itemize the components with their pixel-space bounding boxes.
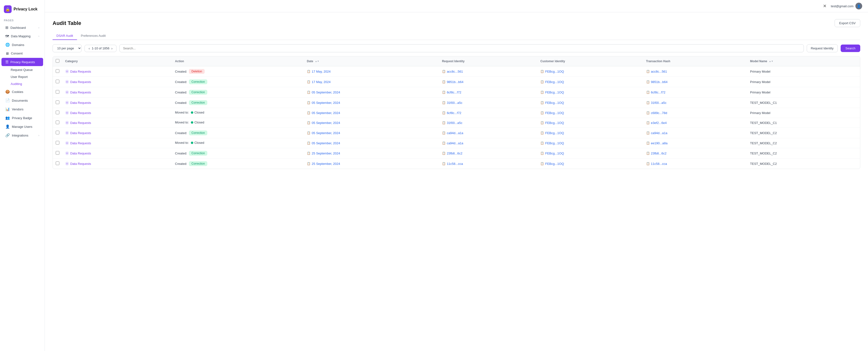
customer-identity-cell[interactable]: 📋 FEBcg...1OQ: [540, 121, 640, 125]
per-page-select[interactable]: 10 per page 25 per page 50 per page: [53, 44, 82, 52]
model-name-cell: TEST_MODEL_C2: [747, 138, 860, 148]
row-checkbox[interactable]: [56, 79, 59, 83]
transaction-hash-cell[interactable]: 📋 6cf8c...f72: [646, 91, 744, 94]
row-checkbox[interactable]: [56, 110, 59, 114]
customer-identity-cell[interactable]: 📋 FEBcg...1OQ: [540, 80, 640, 84]
category-link[interactable]: ⊙ Data Requests: [65, 131, 169, 135]
request-identity-cell[interactable]: 📋 31f00...a5c: [442, 121, 534, 125]
action-text: Created:: [175, 80, 187, 84]
request-identity-cell[interactable]: 📋 9851b...b64: [442, 80, 534, 84]
documents-icon: 📄: [5, 98, 10, 103]
request-identity-cell[interactable]: 📋 31f00...a5c: [442, 101, 534, 104]
category-link[interactable]: ⊙ Data Requests: [65, 111, 169, 115]
sidebar-item-label: Domains: [12, 43, 24, 47]
transaction-hash-cell[interactable]: 📋 e3ef2...6e4: [646, 121, 744, 125]
row-checkbox[interactable]: [56, 90, 59, 94]
customer-identity-cell[interactable]: 📋 FEBcg...1OQ: [540, 131, 640, 135]
category-link[interactable]: ⊙ Data Requests: [65, 141, 169, 145]
request-identity-cell[interactable]: 📋 ca94d...a1a: [442, 131, 534, 135]
manage-users-icon: 👤: [5, 124, 10, 129]
request-identity-button[interactable]: Request Identity: [807, 44, 838, 52]
col-model-name: Model Name ▲▼: [747, 56, 860, 66]
customer-identity-cell[interactable]: 📋 FEBcg...1OQ: [540, 141, 640, 145]
customer-identity-cell[interactable]: 📋 FEBcg...1OQ: [540, 111, 640, 115]
customer-identity-cell[interactable]: 📋 FEBcg...1OQ: [540, 101, 640, 104]
category-link[interactable]: ⊙ Data Requests: [65, 69, 169, 73]
request-identity-cell[interactable]: 📋 23fb8...6c2: [442, 152, 534, 155]
sidebar-item-vendors[interactable]: 📊 Vendors: [1, 105, 43, 113]
sidebar-item-consent[interactable]: 🖥 Consent: [1, 50, 43, 57]
sidebar-sub-item-request-queue[interactable]: Request Queue: [1, 67, 43, 73]
status-closed: Closed: [191, 121, 204, 124]
sidebar-item-data-mapping[interactable]: 🗺 Data Mapping ›: [1, 32, 43, 40]
controls-row: 10 per page 25 per page 50 per page ‹ 1-…: [53, 44, 860, 52]
search-input[interactable]: [119, 44, 804, 52]
tab-dsar-audit[interactable]: DSAR Audit: [53, 32, 77, 40]
category-link[interactable]: ⊙ Data Requests: [65, 90, 169, 94]
customer-identity-cell[interactable]: 📋 FEBcg...1OQ: [540, 162, 640, 166]
sidebar-item-privacy-badge[interactable]: 👥 Privacy Badge: [1, 114, 43, 122]
category-icon: ⊙: [65, 141, 69, 145]
row-checkbox[interactable]: [56, 141, 59, 145]
transaction-hash-cell[interactable]: 📋 11c58...cca: [646, 162, 744, 166]
privacy-requests-icon: ☰: [5, 60, 8, 64]
pages-label: Pages: [0, 18, 44, 23]
date-cell: 📋 05 September, 2024: [307, 111, 436, 115]
transaction-hash-cell[interactable]: 📋 c689c...78d: [646, 111, 744, 115]
customer-identity-cell[interactable]: 📋 FEBcg...1OQ: [540, 91, 640, 94]
next-page-button[interactable]: ›: [111, 46, 114, 50]
select-all-checkbox[interactable]: [56, 59, 59, 63]
copy-icon: 📋: [442, 111, 445, 115]
request-identity-cell[interactable]: 📋 acc8c...561: [442, 70, 534, 73]
sidebar-item-dashboard[interactable]: ⊞ Dashboard ›: [1, 24, 43, 32]
row-checkbox[interactable]: [56, 151, 59, 155]
prev-page-button[interactable]: ‹: [88, 46, 91, 50]
sidebar-sub-item-user-report[interactable]: User Report: [1, 73, 43, 80]
sidebar-item-label: Dashboard: [10, 26, 26, 30]
sidebar-item-documents[interactable]: 📄 Documents: [1, 96, 43, 104]
sidebar-item-manage-users[interactable]: 👤 Manage Users: [1, 123, 43, 131]
sidebar-sub-item-auditing[interactable]: Auditing: [1, 81, 43, 87]
date-icon: 📋: [307, 70, 310, 73]
sidebar-logo[interactable]: 🔒 Privacy Lock: [0, 3, 44, 18]
copy-icon: 📋: [540, 162, 544, 165]
request-identity-cell[interactable]: 📋 ca94d...a1a: [442, 141, 534, 145]
transaction-hash-cell[interactable]: 📋 31f00...a5c: [646, 101, 744, 104]
transaction-hash-cell[interactable]: 📋 ca94d...a1a: [646, 131, 744, 135]
sort-icon[interactable]: ▲▼: [315, 60, 319, 62]
row-checkbox[interactable]: [56, 131, 59, 134]
sidebar-item-cookies[interactable]: 🍪 Cookies: [1, 88, 43, 96]
transaction-hash-cell[interactable]: 📋 ee190...a8a: [646, 141, 744, 145]
close-button[interactable]: ✕: [821, 2, 829, 10]
sidebar-item-domains[interactable]: 🌐 Domains: [1, 41, 43, 49]
sidebar-item-privacy-requests[interactable]: ☰ Privacy Requests: [1, 58, 43, 66]
copy-icon: 📋: [646, 141, 650, 145]
export-csv-button[interactable]: Export CSV: [835, 19, 860, 27]
transaction-hash-cell[interactable]: 📋 9851b...b64: [646, 80, 744, 84]
row-checkbox[interactable]: [56, 69, 59, 73]
date-cell: 📋 17 May, 2024: [307, 70, 436, 73]
search-button[interactable]: Search: [841, 44, 860, 52]
sidebar-item-integrations[interactable]: 🔗 Integrations ›: [1, 131, 43, 139]
category-link[interactable]: ⊙ Data Requests: [65, 162, 169, 166]
category-link[interactable]: ⊙ Data Requests: [65, 121, 169, 125]
request-identity-cell[interactable]: 📋 6cf8c...f72: [442, 111, 534, 115]
customer-identity-cell[interactable]: 📋 FEBcg...1OQ: [540, 70, 640, 73]
category-icon: ⊙: [65, 151, 69, 155]
transaction-hash-cell[interactable]: 📋 23fb8...6c2: [646, 152, 744, 155]
customer-identity-cell[interactable]: 📋 FEBcg...1OQ: [540, 152, 640, 155]
row-checkbox[interactable]: [56, 161, 59, 165]
category-link[interactable]: ⊙ Data Requests: [65, 80, 169, 84]
request-identity-cell[interactable]: 📋 11c58...cca: [442, 162, 534, 166]
category-icon: ⊙: [65, 162, 69, 166]
category-icon: ⊙: [65, 131, 69, 135]
row-checkbox[interactable]: [56, 121, 59, 124]
tab-preferences-audit[interactable]: Preferences Audit: [77, 32, 110, 40]
transaction-hash-cell[interactable]: 📋 acc8c...561: [646, 70, 744, 73]
request-identity-cell[interactable]: 📋 6cf8c...f72: [442, 91, 534, 94]
sort-icon[interactable]: ▲▼: [769, 60, 773, 62]
category-link[interactable]: ⊙ Data Requests: [65, 101, 169, 104]
category-link[interactable]: ⊙ Data Requests: [65, 151, 169, 155]
action-text: Moved to:: [175, 110, 189, 114]
row-checkbox[interactable]: [56, 100, 59, 104]
